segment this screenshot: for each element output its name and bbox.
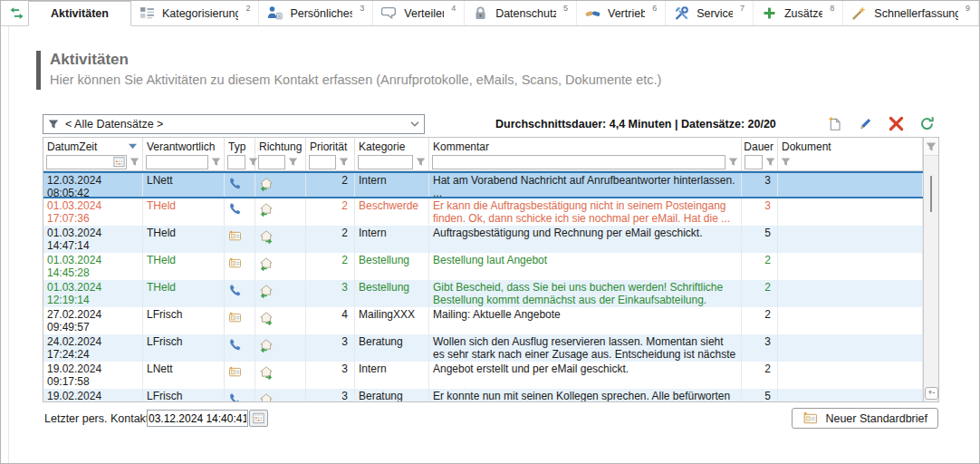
column-filter-datetime[interactable] [43,153,143,170]
column-filter-duration[interactable] [742,153,778,170]
cell-duration: 2 [742,253,778,280]
tab-aktivitaeten[interactable]: Aktivitäten [28,1,131,26]
column-filter-type[interactable] [225,153,255,170]
tab-label: Kategorisierung [162,7,238,20]
filter-input-category[interactable] [358,155,413,169]
filter-input-type[interactable] [227,155,245,169]
column-header-category[interactable]: Kategorie [355,138,429,153]
tab-schnellerfassung[interactable]: Schnellerfassung9 [843,1,979,25]
filter-input-direction[interactable] [258,155,285,169]
column-header-type[interactable]: Typ [225,138,255,153]
tab-label: Persönliches [290,7,352,20]
table-row[interactable]: 01.03.2024 12:19:14THeld3BestellungGibt … [43,280,923,307]
column-filter-category[interactable] [355,153,429,170]
table-row[interactable]: 27.02.2024 09:49:57LFrisch4MailingXXXMai… [43,307,923,334]
table-row[interactable]: 12.03.2024 08:05:42LNett2InternHat am Vo… [43,171,923,198]
cell-duration: 5 [742,389,778,401]
tab-kategorisierung[interactable]: Kategorisierung2 [131,1,260,25]
edit-record-button[interactable] [858,116,873,131]
cell-document [778,307,923,334]
tab-persoenliches[interactable]: Persönliches3 [259,1,373,25]
table-filter-button[interactable] [924,138,938,156]
table-row[interactable]: 01.03.2024 14:45:28THeld2BestellungBeste… [43,253,923,280]
tab-service[interactable]: Service7 [666,1,754,25]
table-scrollbar[interactable]: +- [923,138,938,401]
cell-direction [255,253,306,280]
column-header-datetime[interactable]: DatumZeit [43,138,143,153]
table-row[interactable]: 24.02.2024 17:24:24LFrisch3BeratungWolle… [43,334,923,362]
table-header: DatumZeitVerantwortlichTypRichtungPriori… [43,138,923,171]
table-row[interactable]: 01.03.2024 17:07:36THeld2BeschwerdeEr ka… [43,198,923,226]
cell-priority: 2 [306,253,355,280]
filter-input-duration[interactable] [745,155,763,169]
cell-direction [255,198,306,226]
cell-category: Bestellung [355,253,429,280]
cell-direction [255,173,306,197]
cell-priority: 3 [306,334,355,362]
funnel-dark-icon [48,119,59,130]
cell-direction [255,280,306,307]
table-row[interactable]: 01.03.2024 14:47:14THeld2InternAuftragsb… [43,226,923,253]
cell-type [225,226,255,253]
cell-type [225,173,255,197]
tab-verteiler[interactable]: Verteiler4 [373,1,465,25]
filter-input-datetime[interactable] [46,155,127,169]
house-in-icon [259,392,274,401]
column-header-direction[interactable]: Richtung [255,138,306,153]
column-filter-direction[interactable] [255,153,306,170]
cell-responsible: LNett [143,362,225,389]
cell-type [225,389,255,401]
cell-comment: Er konnte nun mit seinen Kollegen sprech… [429,389,742,401]
last-contact-input[interactable] [147,410,248,427]
cell-responsible: THeld [143,198,225,226]
column-header-document[interactable]: Dokument [778,138,923,153]
tab-label: Vertrieb [608,7,645,20]
cell-responsible: LFrisch [143,334,225,362]
funnel-icon [416,157,426,167]
cell-comment: Auftragsbestätigung und Rechnung per eMa… [429,226,742,253]
cell-document [778,334,923,362]
phone-icon [228,284,242,297]
cell-document [778,173,923,197]
phone-icon [228,338,242,352]
column-header-responsible[interactable]: Verantwortlich [143,138,225,153]
new-record-button[interactable] [827,116,842,131]
handshake-icon [585,5,600,21]
tab-zusaetze[interactable]: Zusätze8 [754,1,843,25]
filter-input-priority[interactable] [309,155,336,169]
house-out-icon [259,365,274,380]
column-header-label: Typ [228,140,245,153]
cell-comment: Gibt Bescheid, dass Sie bei uns buchen w… [429,280,742,307]
table-row[interactable]: 19.02.2024 09:17:58LNett3InternAngebot e… [43,362,923,389]
column-header-label: Dauer [744,140,773,153]
column-resize-button[interactable]: +- [925,387,938,400]
new-standard-letter-button[interactable]: Neuer Standardbrief [792,408,938,429]
scrollbar-thumb[interactable] [930,176,932,212]
column-header-label: Verantwortlich [147,140,215,153]
delete-record-button[interactable] [889,116,904,131]
cell-comment: Mailing: Aktuelle Angebote [429,307,742,334]
tab-vertrieb[interactable]: Vertrieb6 [577,1,666,25]
column-header-priority[interactable]: Priorität [306,138,355,153]
tab-datenschutz[interactable]: Datenschutz5 [465,1,577,25]
refresh-button[interactable] [919,116,935,131]
cell-responsible: LFrisch [143,389,225,401]
cell-category: Beratung [355,334,429,362]
cell-document [778,280,923,307]
table-row[interactable]: 19.02.2024 09:12:20LFrisch3BeratungEr ko… [43,389,923,401]
column-header-duration[interactable]: Dauer [742,138,778,153]
column-header-comment[interactable]: Kommentar [429,138,742,153]
cell-datetime: 19.02.2024 09:17:58 [43,362,143,389]
footer-bar: Letzter pers. Kontakt Neuer Standardbrie… [43,408,938,431]
column-filter-priority[interactable] [306,153,355,170]
column-filter-comment[interactable] [429,153,742,170]
calendar-button[interactable] [249,410,268,427]
tab-label: Schnellerfassung [874,7,958,20]
records-filter-combobox[interactable]: < Alle Datensätze > [43,114,425,134]
filter-input-responsible[interactable] [146,155,208,169]
column-filter-document[interactable] [778,153,923,170]
filter-input-comment[interactable] [432,155,725,169]
tab-shortcut-number: 2 [245,4,250,13]
cell-priority: 3 [306,362,355,389]
column-filter-responsible[interactable] [143,153,225,170]
